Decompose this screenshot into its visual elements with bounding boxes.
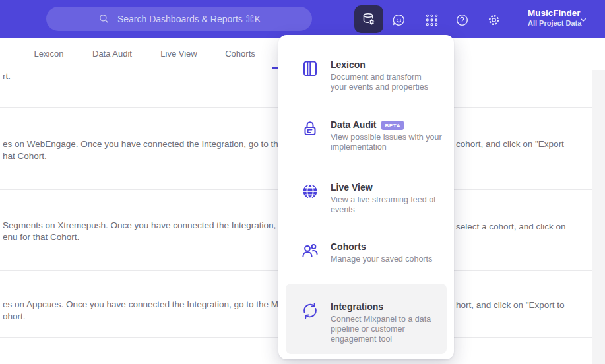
data-management-dropdown: Lexicon Document and transform your even… <box>278 35 454 359</box>
menu-item-label: Cohorts <box>331 241 366 253</box>
table-row-text: es on Appcues. Once you have connected t… <box>3 299 278 311</box>
book-icon <box>301 59 319 78</box>
top-navigation-bar: Search Dashboards & Reports ⌘K <box>0 0 605 38</box>
menu-item-description: events <box>331 205 436 215</box>
sync-arrows-icon <box>301 301 319 320</box>
table-row-text: ohort. <box>3 311 26 322</box>
menu-item-description: Connect Mixpanel to a data <box>331 315 431 324</box>
tab-data-audit[interactable]: Data Audit <box>92 49 132 59</box>
users-icon <box>301 241 319 260</box>
menu-item-description: Manage your saved cohorts <box>331 255 432 264</box>
menu-item-description: engagement tool <box>331 334 431 344</box>
tab-lexicon[interactable]: Lexicon <box>34 49 64 59</box>
table-row-text: rt. <box>3 71 11 82</box>
menu-item-label: Lexicon <box>331 59 366 71</box>
table-row-text: select a cohort, and click on <box>456 221 566 233</box>
search-input[interactable]: Search Dashboards & Reports ⌘K <box>46 7 312 31</box>
help-icon[interactable] <box>453 11 470 28</box>
tab-live-view[interactable]: Live View <box>160 49 197 59</box>
table-row-text: enu for that Cohort. <box>3 231 79 243</box>
apps-grid-icon[interactable] <box>423 11 440 28</box>
beta-badge: BETA <box>381 121 404 130</box>
menu-item-label: Integrations <box>331 301 383 313</box>
menu-item-cohorts[interactable]: Cohorts Manage your saved cohorts <box>301 241 447 264</box>
menu-item-integrations[interactable]: Integrations Connect Mixpanel to a data … <box>301 301 447 344</box>
menu-item-description: pipeline or customer <box>331 324 431 334</box>
menu-item-data-audit[interactable]: Data Audit BETA View possible issues wit… <box>301 119 447 152</box>
menu-item-description: implementation <box>331 142 442 152</box>
menu-item-description: View possible issues with your <box>331 133 442 142</box>
data-management-icon[interactable] <box>354 5 383 33</box>
lock-icon <box>301 119 319 138</box>
menu-item-live-view[interactable]: Live View View a live streaming feed of … <box>301 182 447 215</box>
menu-item-lexicon[interactable]: Lexicon Document and transform your even… <box>301 59 447 92</box>
menu-item-description: View a live streaming feed of <box>331 195 436 205</box>
menu-item-label: Data Audit <box>331 119 376 131</box>
table-row-text: Segments on Xtremepush. Once you have co… <box>3 220 276 231</box>
search-icon <box>98 13 110 25</box>
settings-icon[interactable] <box>485 11 502 28</box>
menu-item-description: your events and properties <box>331 82 428 92</box>
tab-cohorts[interactable]: Cohorts <box>225 49 255 59</box>
menu-item-description: Document and transform <box>331 73 428 82</box>
scroll-gutter <box>592 70 605 364</box>
table-row-text: hat Cohort. <box>3 150 47 162</box>
globe-icon <box>301 182 319 200</box>
search-placeholder: Search Dashboards & Reports ⌘K <box>117 14 261 24</box>
table-row-text: hort, and click on "Export to <box>456 299 565 311</box>
table-row-text: cohort, and click on "Export <box>456 138 564 150</box>
chevron-down-icon[interactable] <box>578 15 589 25</box>
feedback-icon[interactable] <box>390 11 407 28</box>
menu-item-label: Live View <box>331 182 373 193</box>
table-row-text: es on WebEngage. Once you have connected… <box>3 138 283 150</box>
